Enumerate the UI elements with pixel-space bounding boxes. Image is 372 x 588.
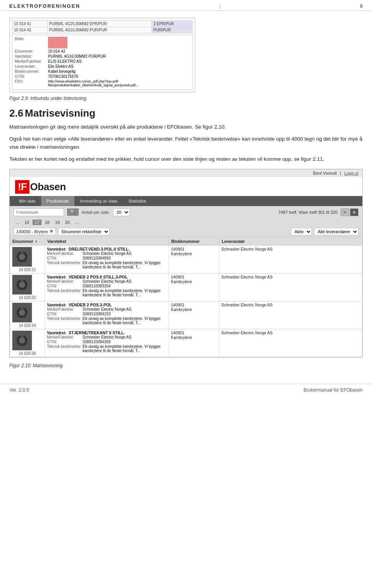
footer-brand: Brukermanual for EFObasen [303, 387, 363, 393]
supplier-filter-select[interactable]: Alle leverandører [314, 228, 358, 236]
header-separator: | [219, 3, 220, 9]
efobasen-interface: Bent Vivendi | Logg ut !F Obasen Min sid… [9, 169, 363, 358]
page-16[interactable]: 16 [22, 220, 31, 225]
product-blokk-cell-4: 140901 Kambrytere [169, 329, 219, 357]
ss-row2-col2: PURWIL 4G16,00MM2 PUR/PUR [47, 27, 152, 33]
elnummer-label-3: 14 026 04 [12, 323, 43, 328]
svg-rect-11 [21, 335, 23, 338]
col-header-varetekst: Varetekst [45, 237, 169, 245]
product-detail-cell-2: Varetekst: VENDER 2 POS.0 STILL.3-POL Me… [45, 273, 169, 301]
efo-logo-name: Obasen [30, 181, 66, 193]
per-page-select[interactable]: 20 [113, 208, 130, 216]
pagination-bar: ... 16 17 18 19 20 ... [10, 218, 362, 226]
product-image-cell: 14 026 01 [10, 245, 45, 273]
svg-point-1 [19, 254, 25, 260]
page-18[interactable]: 18 [43, 220, 52, 225]
product-table: Elnummer ▼ Varetekst Blokknummer Leveran… [10, 237, 362, 357]
topbar-separator: | [340, 171, 341, 175]
product-detail-cell-3: Varetekst: VENDER 2 POS.3-POL Merke/Fabr… [45, 301, 169, 329]
header-title: ELEKTROFORENINGEN [9, 3, 80, 9]
nav-item-innmelding[interactable]: Innmelding av data [74, 196, 123, 206]
page-footer: Ver. 2.0.5 Brukermanual for EFObasen [0, 384, 372, 396]
product-leverandor-cell-1: Schneider Electric Norge AS [219, 245, 362, 273]
ss-row1-col2: PURWIL 4G25,00MM2 EPR/PUR [47, 21, 152, 27]
status-filter-select[interactable]: Aktiv [291, 228, 312, 236]
product-leverandor-cell-2: Schneider Electric Norge AS [219, 273, 362, 301]
logout-link[interactable]: Logg ut [344, 171, 358, 175]
product-name-4: Varetekst: STJERNE/TREKANT 0 STILL. [47, 330, 167, 335]
svg-point-4 [19, 282, 25, 288]
ss-row1-col3: 2 EPR/PUR [152, 21, 193, 27]
view-btn-list[interactable]: ≡ [341, 208, 349, 216]
product-image-cell: 14 026 05 [10, 329, 45, 357]
figure-top-screenshot: 10 014 41 PURWIL 4G25,00MM2 EPR/PUR 2 EP… [9, 18, 195, 93]
table-row: 14 026 04 Varetekst: VENDER 2 POS.3-POL … [10, 301, 362, 329]
ss-product-list: 10 014 41 PURWIL 4G25,00MM2 EPR/PUR 2 EP… [12, 21, 193, 33]
product-name-2: Varetekst: VENDER 2 POS.0 STILL.3-POL [47, 275, 167, 279]
col-header-elnummer: Elnummer ▼ [10, 237, 45, 245]
page-header: ELEKTROFORENINGEN | 9 [0, 0, 372, 11]
search-input[interactable] [14, 208, 64, 216]
page-19[interactable]: 19 [53, 220, 62, 225]
figure-top-caption: Figur 2.9: Infovindu under listevisning. [9, 96, 363, 101]
elnummer-filter-select[interactable]: Elnummer rekke/liste [58, 228, 110, 236]
product-detail-cell-1: Varetekst: DREI.RET.VEND.3-POL.0 STILL. … [45, 245, 169, 273]
page-17-current[interactable]: 17 [33, 220, 41, 225]
nav-item-produktsok[interactable]: Produktsøk [41, 196, 74, 206]
view-btn-grid[interactable]: ⊞ [350, 208, 358, 216]
figure-bottom-caption: Figur 2.10: Matrisevisning [9, 363, 363, 368]
product-image-cell: 14 026 02 [10, 273, 45, 301]
filter-remove-btn[interactable]: ✕ [50, 229, 53, 234]
user-name: Bent Vivendi [313, 171, 337, 175]
product-leverandor-cell-3: Schneider Electric Norge AS [219, 301, 362, 329]
ss-row2-col1: 10 014 42 [12, 27, 48, 33]
page-prev-dots[interactable]: ... [14, 220, 21, 225]
product-blokk-cell-3: 140901 Kambrytere [169, 301, 219, 329]
product-image-cell: 14 026 04 [10, 301, 45, 329]
efo-navigation: Min side Produktsøk Innmelding av data S… [10, 196, 362, 206]
per-page-label: Antall per side: [82, 210, 110, 215]
body-text-3: Teksten er her kortet ned og erstattet m… [9, 155, 363, 163]
efo-logo-icon: !F [15, 180, 29, 194]
body-text-2: Også her kan man velge «Alle leverandøre… [9, 135, 363, 151]
table-row: 14 026 02 Varetekst: VENDER 2 POS.0 STIL… [10, 273, 362, 301]
filter-tag-label: 140000 - Brytere [16, 229, 48, 234]
efo-logo-area: !F Obasen [10, 177, 362, 196]
page-20[interactable]: 20 [63, 220, 72, 225]
body-text-1: Matrisevisningen gir deg mere detaljrik … [9, 123, 363, 131]
section-heading: 2.6 Matrisevisning [9, 107, 363, 119]
svg-rect-8 [21, 307, 23, 310]
view-buttons: ≡ ⊞ [341, 208, 358, 216]
table-row: 14 026 01 Varetekst: DREI.RET.VEND.3-POL… [10, 245, 362, 273]
section-title: Matrisevisning [25, 107, 95, 119]
product-image-3 [12, 303, 32, 323]
elnummer-label-1: 14 026 01 [12, 268, 43, 272]
results-info: 7487 treff. Viser treff 301 til 320 [278, 210, 338, 215]
ss-row1-col1: 10 014 41 [12, 21, 48, 27]
product-detail-cell-4: Varetekst: STJERNE/TREKANT 0 STILL. Merk… [45, 329, 169, 357]
search-button[interactable]: 🔍 [67, 208, 79, 216]
table-row: 14 026 05 Varetekst: STJERNE/TREKANT 0 S… [10, 329, 362, 357]
filter-bar: 140000 - Brytere ✕ Elnummer rekke/liste … [10, 226, 362, 237]
nav-item-statistikk[interactable]: Statistikk [123, 196, 152, 206]
elnummer-label-2: 14 026 02 [12, 296, 43, 300]
elnummer-label-4: 14 026 05 [12, 351, 43, 356]
svg-point-10 [19, 337, 25, 344]
efo-topbar: Bent Vivendi | Logg ut [10, 169, 362, 177]
active-filter-tag: 140000 - Brytere ✕ [14, 228, 56, 235]
page-next-dots[interactable]: ... [73, 220, 81, 225]
footer-version: Ver. 2.0.5 [9, 387, 29, 393]
efo-search-bar: 🔍 Antall per side: 20 7487 treff. Viser … [10, 206, 362, 218]
ss-product-image [48, 37, 67, 48]
svg-rect-2 [21, 251, 23, 254]
section-number: 2.6 [9, 107, 23, 119]
svg-rect-5 [21, 279, 23, 282]
product-image-1 [12, 247, 32, 267]
ss-detail-panel: Bilde: Elnummer:10 014 42 Varetekst:PURW… [12, 35, 193, 90]
ss-row2-col3: PUR/PUR [152, 27, 193, 33]
col-header-blokknummer: Blokknummer [169, 237, 219, 245]
product-blokk-cell-2: 140901 Kambrytere [169, 273, 219, 301]
svg-point-7 [19, 309, 25, 316]
main-content: 10 014 41 PURWIL 4G25,00MM2 EPR/PUR 2 EP… [0, 11, 372, 376]
nav-item-min-side[interactable]: Min side [14, 196, 41, 206]
